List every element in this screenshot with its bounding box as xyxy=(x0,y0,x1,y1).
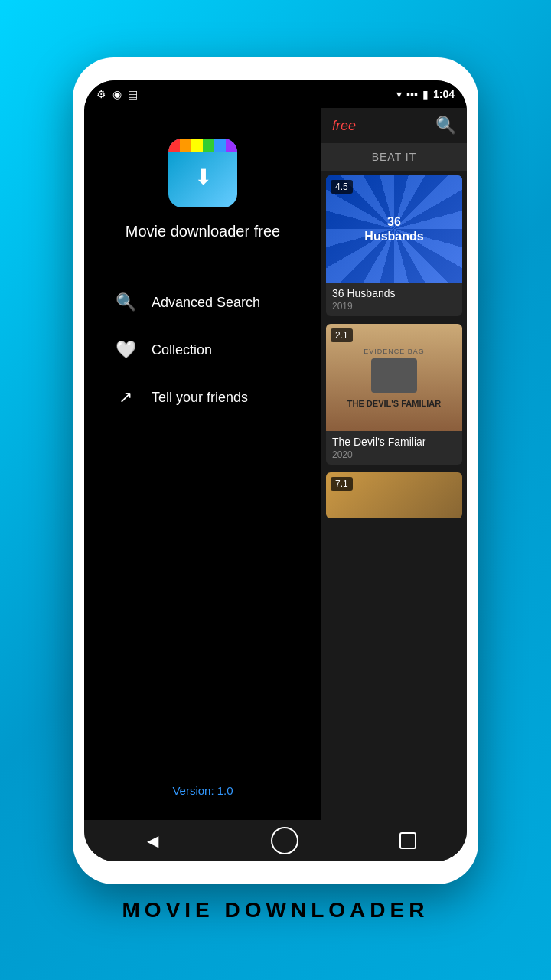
movie-poster-devils: 2.1 Evidence Bag THE DEVIL'S FAMILIAR xyxy=(326,324,462,431)
menu-item-collection[interactable]: 🤍 Collection xyxy=(99,326,306,374)
search-menu-icon: 🔍 xyxy=(115,292,136,312)
sim-icon: ▤ xyxy=(128,88,138,100)
movie-info-2: The Devil's Familiar 2020 xyxy=(326,431,462,465)
stripe-orange xyxy=(180,139,191,152)
settings-icon: ⚙ xyxy=(96,88,106,100)
back-button[interactable]: ◀ xyxy=(135,825,171,856)
stripe-green xyxy=(203,139,214,152)
movie-card-devils-familiar[interactable]: 2.1 Evidence Bag THE DEVIL'S FAMILIAR Th… xyxy=(326,324,462,465)
evidence-bag-icon xyxy=(371,358,417,393)
movie-title-1: 36 Husbands xyxy=(332,287,456,299)
nav-bar: ◀ xyxy=(84,820,467,861)
main-content: ⬇ Movie downloader free 🔍 Advanced Searc… xyxy=(84,108,467,820)
logo-stripes xyxy=(168,139,237,152)
wifi-icon: ▾ xyxy=(396,88,402,100)
status-icons-right: ▾ ▪▪▪ ▮ 1:04 xyxy=(396,88,455,100)
right-panel: free 🔍 BEAT IT 4.5 36Husbands 36 Husband… xyxy=(321,108,467,820)
status-icons-left: ⚙ ◉ ▤ xyxy=(96,88,138,100)
movie-rating-3: 7.1 xyxy=(331,477,353,491)
share-icon: ↗ xyxy=(115,387,136,407)
phone-screen: ⚙ ◉ ▤ ▾ ▪▪▪ ▮ 1:04 xyxy=(84,80,467,861)
clock: 1:04 xyxy=(433,88,455,100)
movie-poster-third: 7.1 xyxy=(326,472,462,518)
movie-info-1: 36 Husbands 2019 xyxy=(326,283,462,316)
drawer-menu: ⬇ Movie downloader free 🔍 Advanced Searc… xyxy=(84,108,321,820)
status-bar: ⚙ ◉ ▤ ▾ ▪▪▪ ▮ 1:04 xyxy=(84,80,467,108)
heart-icon: 🤍 xyxy=(115,340,136,360)
header-search-icon[interactable]: 🔍 xyxy=(435,116,456,136)
phone-frame: ⚙ ◉ ▤ ▾ ▪▪▪ ▮ 1:04 xyxy=(73,57,478,884)
logo-download-icon: ⬇ xyxy=(194,165,212,190)
collection-label: Collection xyxy=(152,342,212,358)
stripe-red xyxy=(168,139,180,152)
evidence-text: Evidence Bag xyxy=(364,348,425,355)
movie-title-2: The Devil's Familiar xyxy=(332,436,456,448)
tell-friends-label: Tell your friends xyxy=(152,390,248,406)
stripe-purple xyxy=(226,139,237,152)
movie-year-1: 2019 xyxy=(332,301,456,312)
movie-year-2: 2020 xyxy=(332,449,456,460)
movie-poster-36-husbands: 4.5 36Husbands xyxy=(326,175,462,283)
recents-button[interactable] xyxy=(399,832,416,849)
home-button[interactable] xyxy=(271,827,298,854)
movie-title-overlay-1: 36Husbands xyxy=(364,214,423,243)
bottom-label: MOVIE DOWNLOADER xyxy=(122,898,429,923)
app-name: Movie downloader free xyxy=(118,223,288,240)
movie-card-36-husbands[interactable]: 4.5 36Husbands 36 Husbands 2019 xyxy=(326,175,462,316)
stripe-blue xyxy=(214,139,226,152)
circle-icon: ◉ xyxy=(112,88,122,100)
beat-it-tab[interactable]: BEAT IT xyxy=(321,143,467,171)
signal-icon: ▪▪▪ xyxy=(406,88,418,100)
right-header: free 🔍 xyxy=(321,108,467,143)
movie-rating-2: 2.1 xyxy=(331,328,353,342)
devils-title-overlay: THE DEVIL'S FAMILIAR xyxy=(347,399,441,408)
menu-item-advanced-search[interactable]: 🔍 Advanced Search xyxy=(99,279,306,326)
advanced-search-label: Advanced Search xyxy=(152,295,260,311)
movies-list: 4.5 36Husbands 36 Husbands 2019 2.1 Evid… xyxy=(321,171,467,820)
version-text: Version: 1.0 xyxy=(172,784,233,797)
free-label: free xyxy=(332,118,356,134)
stripe-yellow xyxy=(191,139,203,152)
menu-item-tell-friends[interactable]: ↗ Tell your friends xyxy=(99,374,306,421)
app-logo: ⬇ xyxy=(168,139,237,207)
movie-card-third[interactable]: 7.1 xyxy=(326,472,462,518)
battery-icon: ▮ xyxy=(422,88,429,100)
movie-rating-1: 4.5 xyxy=(331,180,353,194)
menu-items-list: 🔍 Advanced Search 🤍 Collection ↗ Tell yo… xyxy=(84,279,321,421)
